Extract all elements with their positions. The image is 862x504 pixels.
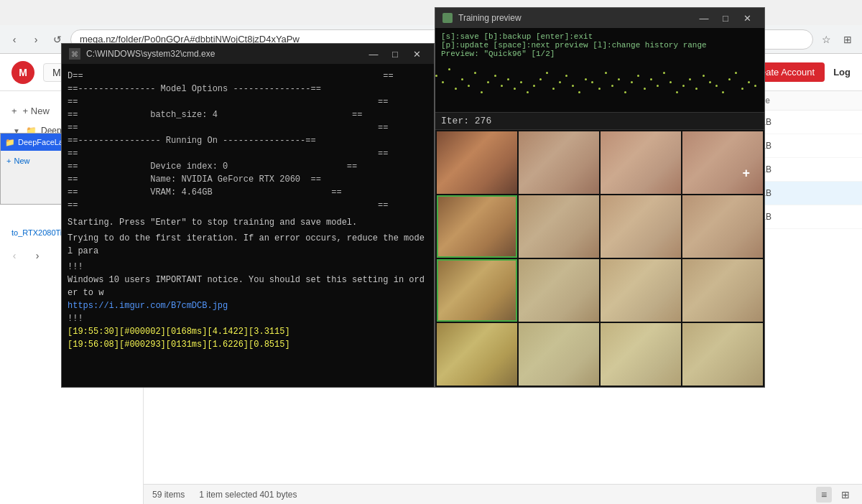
chart-dot (435, 75, 437, 77)
chart-dot (709, 81, 711, 83)
chart-dot (507, 78, 509, 80)
preview-title: Training preview (458, 13, 522, 23)
new-label: New (14, 157, 29, 165)
chart-dot (468, 85, 470, 87)
col-extra (810, 95, 853, 106)
preview-chart (435, 62, 764, 113)
cmd-minimize-button[interactable]: — (363, 44, 384, 64)
list-view-button[interactable]: ≡ (816, 487, 832, 503)
cmd-iter-line-2: [19:56:08][#000293][0131ms][1.6226][0.85… (68, 338, 428, 351)
cmd-line: == == (68, 95, 428, 108)
preview-body: [s]:save [b]:backup [enter]:exit [p]:upd… (435, 28, 764, 387)
cmd-line: !!! (68, 312, 428, 325)
forward-button[interactable]: › (27, 31, 45, 48)
dfl-body: + New (1, 151, 68, 171)
cmd-titlebar: ⌘ C:\WINDOWS\system32\cmd.exe — □ ✕ (62, 44, 434, 64)
preview-minimize-button[interactable]: — (694, 8, 714, 28)
face-cell (437, 131, 517, 194)
chart-dot (552, 88, 555, 90)
chart-dot (527, 91, 529, 93)
face-cell (437, 323, 517, 386)
back-nav-button[interactable]: ‹ (6, 247, 23, 264)
preview-close-button[interactable]: ✕ (737, 8, 757, 28)
chart-dot (663, 72, 665, 74)
chart-dot (474, 72, 476, 74)
chart-dot (735, 72, 737, 74)
cmd-window-controls: — □ ✕ (363, 44, 427, 64)
bookmark-icon[interactable]: ☆ (817, 31, 835, 48)
face-cell (682, 131, 763, 194)
new-label: + New (23, 106, 50, 116)
chart-dot (520, 81, 522, 83)
cmd-line: Windows 10 users IMPORTANT notice. You s… (68, 274, 428, 299)
cmd-line: ==---------------- Running On ----------… (68, 134, 428, 147)
cmd-body[interactable]: D== == ==--------------- Model Options -… (62, 64, 434, 387)
chart-dot (637, 75, 639, 77)
cmd-icon: ⌘ (69, 48, 80, 60)
preview-titlebar: Training preview — □ ✕ (435, 8, 764, 28)
cmd-line: == == (68, 199, 428, 212)
face-cell (601, 131, 681, 194)
dfl-title: DeepFaceLab (18, 138, 68, 146)
chart-dot (669, 81, 672, 83)
preview-console: [s]:save [b]:backup [enter]:exit [p]:upd… (435, 28, 764, 62)
training-preview-window: Training preview — □ ✕ [s]:save [b]:back… (435, 7, 765, 388)
chart-dot (650, 78, 652, 80)
cmd-line: == == (68, 121, 428, 134)
face-cell (519, 323, 599, 386)
dfl-folder-icon: 📁 (5, 138, 15, 147)
face-cell (519, 195, 599, 258)
chart-dot (501, 85, 503, 87)
preview-iter-label: Iter: 276 (435, 113, 764, 130)
chart-dot (624, 91, 626, 93)
chart-dot (754, 85, 756, 87)
face-cell (601, 195, 681, 258)
grid-view-button[interactable]: ⊞ (838, 487, 853, 503)
chart-dot (591, 81, 593, 83)
cmd-close-button[interactable]: ✕ (407, 44, 427, 64)
cmd-line: == Device index: 0 == (68, 160, 428, 173)
selected-info: 1 item selected 401 bytes (199, 490, 297, 500)
preview-maximize-button[interactable]: □ (715, 8, 736, 28)
chart-dot (715, 85, 718, 87)
mega-logo: M (11, 61, 34, 84)
preview-icon (442, 13, 453, 23)
item-count: 59 items (152, 490, 185, 500)
cmd-title: C:\WINDOWS\system32\cmd.exe (86, 49, 215, 59)
chart-dot (695, 88, 698, 90)
chart-dot (741, 88, 743, 90)
chart-dot (565, 75, 567, 77)
extensions-icon[interactable]: ⊞ (839, 31, 856, 48)
chart-dot (487, 81, 489, 83)
chart-dot (598, 88, 601, 90)
face-cell (519, 259, 599, 322)
chart-dot (533, 85, 535, 87)
face-cell (519, 131, 599, 194)
cmd-url-line[interactable]: https://i.imgur.com/B7cmDCB.jpg (68, 299, 428, 312)
cmd-line: Trying to do the first iteration. If an … (68, 232, 428, 258)
cmd-line: ==--------------- Model Options --------… (68, 83, 428, 95)
status-bar-right: ≡ ⊞ (816, 487, 853, 503)
chart-dot (722, 91, 724, 93)
cmd-maximize-button[interactable]: □ (385, 44, 405, 64)
status-bar: 59 items 1 item selected 401 bytes ≡ ⊞ (144, 484, 862, 504)
face-cell (437, 195, 517, 258)
chart-dot (578, 91, 580, 93)
cmd-line: !!! (68, 261, 428, 274)
login-button[interactable]: Log (833, 67, 851, 78)
back-button[interactable]: ‹ (6, 31, 23, 48)
chart-dot (514, 88, 516, 90)
preview-window-controls: — □ ✕ (694, 8, 757, 28)
cmd-line: == batch_size: 4 == (68, 108, 428, 121)
chart-dot (539, 78, 542, 80)
chart-dot (748, 81, 750, 83)
dfl-titlebar: 📁 DeepFaceLab — (1, 134, 68, 151)
dfl-new-btn[interactable]: + New (6, 157, 62, 165)
chart-dot (618, 78, 620, 80)
forward-nav-button[interactable]: › (29, 247, 46, 264)
face-cell (682, 259, 763, 322)
chart-dot (494, 75, 496, 77)
face-cell (601, 259, 681, 322)
chart-dot (631, 81, 633, 83)
cmd-window: ⌘ C:\WINDOWS\system32\cmd.exe — □ ✕ D== … (61, 43, 435, 388)
